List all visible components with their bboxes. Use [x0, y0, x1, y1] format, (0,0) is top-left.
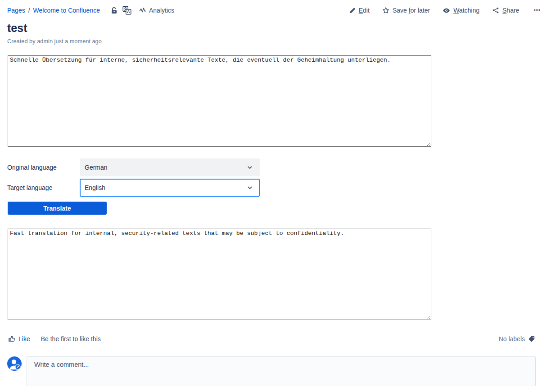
- svg-text:A: A: [127, 9, 130, 14]
- thumbs-up-icon: [8, 335, 16, 342]
- star-icon: [382, 7, 389, 14]
- page-title: test: [7, 22, 547, 34]
- target-language-value: English: [85, 184, 105, 191]
- labels-button[interactable]: No labels: [499, 335, 535, 342]
- breadcrumb-pages-link[interactable]: Pages: [7, 7, 25, 14]
- analytics-label: Analytics: [149, 7, 174, 14]
- breadcrumb-space-link[interactable]: Welcome to Confluence: [33, 7, 100, 14]
- original-language-select[interactable]: German: [80, 158, 260, 176]
- page-footer-meta: Like Be the first to like this No labels: [8, 335, 535, 342]
- eye-icon: [443, 7, 450, 14]
- page-byline: Created by admin just a moment ago: [7, 38, 547, 45]
- analytics-button[interactable]: Analytics: [139, 7, 174, 14]
- edit-button[interactable]: Edit: [349, 7, 370, 14]
- more-actions-button[interactable]: •••: [532, 6, 542, 14]
- target-language-select[interactable]: English: [80, 179, 260, 197]
- comment-section: Write a comment...: [7, 356, 536, 386]
- like-button[interactable]: Like: [8, 335, 30, 342]
- tag-icon: [528, 335, 535, 342]
- original-language-row: Original language German: [7, 158, 547, 176]
- language-form: Original language German Target language…: [7, 158, 547, 197]
- page-actions: Edit Save for later Watching: [336, 6, 542, 14]
- translate-button[interactable]: Translate: [8, 202, 107, 215]
- page-header-bar: Pages / Welcome to Confluence: [0, 0, 547, 15]
- user-avatar: [7, 356, 22, 371]
- translate-icon[interactable]: A: [120, 6, 134, 15]
- target-language-row: Target language English: [7, 179, 547, 197]
- original-language-label: Original language: [7, 164, 80, 171]
- breadcrumb: Pages / Welcome to Confluence: [7, 6, 174, 15]
- confluence-page: Pages / Welcome to Confluence: [0, 0, 547, 392]
- breadcrumb-separator: /: [28, 7, 30, 14]
- labels-text: No labels: [499, 335, 525, 342]
- share-icon: [492, 7, 499, 14]
- target-language-label: Target language: [7, 184, 80, 191]
- comment-input[interactable]: Write a comment...: [27, 356, 536, 386]
- watching-button[interactable]: Watching: [443, 7, 479, 14]
- source-text-area[interactable]: Schnelle Übersetzung für interne, sicher…: [8, 55, 431, 147]
- unlock-icon[interactable]: [108, 7, 120, 14]
- like-label: Like: [18, 335, 30, 342]
- share-button[interactable]: Share: [492, 7, 519, 14]
- analytics-pulse-icon: [139, 7, 146, 14]
- pencil-icon: [349, 7, 356, 14]
- like-hint-text: Be the first to like this: [41, 335, 101, 342]
- chevron-down-icon: [246, 164, 253, 171]
- chevron-down-icon: [246, 184, 253, 191]
- original-language-value: German: [85, 164, 108, 171]
- save-for-later-button[interactable]: Save for later: [382, 7, 430, 14]
- like-section: Like Be the first to like this: [8, 335, 101, 342]
- breadcrumb-tools: A Analytics: [108, 6, 174, 15]
- translated-text-area[interactable]: Fast translation for internal, security-…: [8, 229, 431, 320]
